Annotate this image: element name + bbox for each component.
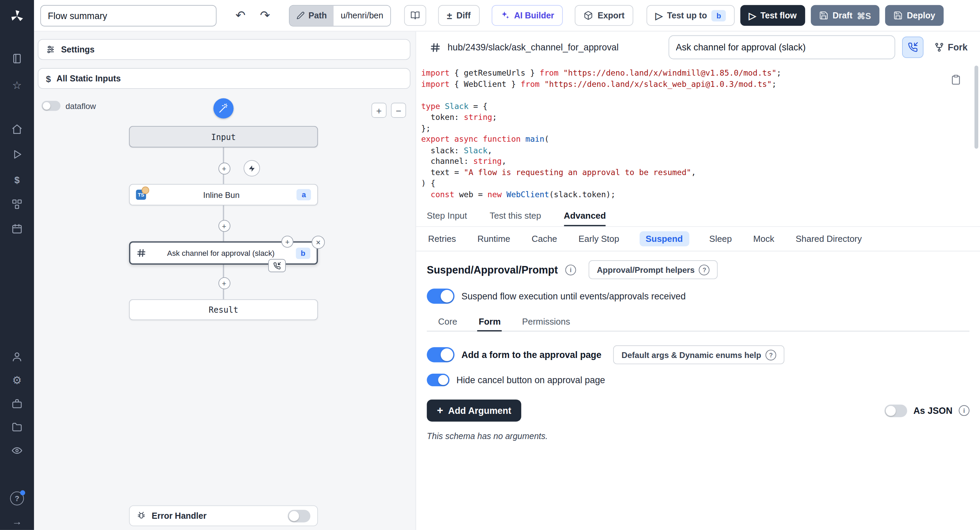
- insert-step-button[interactable]: +: [218, 277, 230, 289]
- deploy-button[interactable]: Deploy: [885, 5, 943, 26]
- diff-icon: ±: [447, 10, 452, 21]
- tab-runtime[interactable]: Runtime: [476, 231, 511, 246]
- help-circle: ?: [10, 492, 24, 506]
- fork-button[interactable]: Fork: [930, 42, 972, 53]
- tab-step-input[interactable]: Step Input: [427, 205, 467, 226]
- tab-permissions[interactable]: Permissions: [521, 313, 571, 332]
- insert-step-button[interactable]: +: [218, 163, 230, 174]
- flow-node-result[interactable]: Result: [129, 299, 318, 320]
- test-flow-button[interactable]: ▷ Test flow: [740, 5, 805, 26]
- zoom-in-button[interactable]: +: [372, 103, 387, 118]
- path-control[interactable]: Path u/henri/ben: [289, 5, 391, 26]
- workers-icon[interactable]: [6, 395, 29, 413]
- undo-icon: ↶: [235, 8, 245, 23]
- topbar: ↶ ↷ Path u/henri/ben ± Diff AI Builder E…: [34, 0, 980, 32]
- lightning-icon: [248, 164, 256, 172]
- play-icon: ▷: [749, 11, 756, 20]
- tab-shared-directory[interactable]: Shared Directory: [795, 231, 863, 246]
- hub-script-icon: [137, 248, 146, 258]
- tab-cache[interactable]: Cache: [530, 231, 558, 246]
- as-json-toggle[interactable]: [885, 404, 907, 417]
- ai-builder-button[interactable]: AI Builder: [492, 5, 563, 26]
- test-up-to-label: Test up to: [667, 11, 707, 20]
- code-line: token: string;: [421, 112, 955, 122]
- suspend-toggle[interactable]: [427, 289, 454, 303]
- undo-button[interactable]: ↶: [231, 6, 250, 25]
- windmill-logo[interactable]: [6, 8, 29, 25]
- tab-form[interactable]: Form: [477, 313, 502, 332]
- hide-cancel-toggle[interactable]: [427, 374, 450, 386]
- insert-step-button[interactable]: +: [218, 220, 230, 232]
- export-button[interactable]: Export: [575, 5, 633, 26]
- add-branch-button[interactable]: +: [282, 236, 293, 247]
- test-flow-label: Test flow: [760, 11, 797, 20]
- add-argument-button[interactable]: + Add Argument: [427, 399, 521, 422]
- redo-button[interactable]: ↷: [256, 6, 275, 25]
- flow-summary-input[interactable]: [40, 5, 216, 26]
- node-content: TS Inline Bun a: [130, 189, 317, 200]
- bun-icon: [142, 187, 149, 194]
- code-editor[interactable]: import { getResumeUrls } from "https://d…: [416, 63, 980, 205]
- star-icon[interactable]: ☆: [6, 76, 29, 94]
- variables-icon[interactable]: $: [6, 171, 29, 188]
- help-icon[interactable]: ?: [6, 490, 29, 507]
- add-form-label: Add a form to the approval page: [461, 350, 601, 360]
- info-icon[interactable]: i: [959, 405, 969, 416]
- add-form-toggle[interactable]: [427, 347, 454, 362]
- static-inputs-row[interactable]: $ All Static Inputs: [38, 68, 410, 89]
- copy-code-button[interactable]: [951, 74, 961, 85]
- audit-logs-icon[interactable]: [6, 442, 29, 460]
- folders-icon[interactable]: [6, 418, 29, 436]
- home-icon[interactable]: [6, 120, 29, 138]
- trigger-button[interactable]: [243, 160, 260, 176]
- tab-advanced[interactable]: Advanced: [564, 205, 606, 226]
- flow-node-input[interactable]: Input: [129, 126, 318, 147]
- static-inputs-label: All Static Inputs: [56, 73, 121, 83]
- code-line: const web = new WebClient(slack.token);: [421, 189, 955, 200]
- tab-core[interactable]: Core: [437, 313, 459, 332]
- app: ☆ $ ⚙ ? → ↶ ↷: [0, 0, 980, 530]
- ai-flow-button[interactable]: [213, 99, 234, 118]
- suspend-section: Suspend/Approval/Prompt i Approval/Promp…: [416, 251, 980, 530]
- users-icon[interactable]: [6, 348, 29, 366]
- path-label: Path: [309, 11, 327, 20]
- collapse-sidebar-icon[interactable]: →: [6, 513, 29, 530]
- tab-test-this-step[interactable]: Test this step: [490, 205, 541, 226]
- default-args-help-button[interactable]: Default args & Dynamic enums help ?: [614, 345, 785, 364]
- code-scrollbar[interactable]: [975, 65, 978, 148]
- resources-icon[interactable]: [6, 196, 29, 213]
- error-handler-toggle[interactable]: [288, 509, 310, 522]
- tab-mock[interactable]: Mock: [752, 231, 775, 246]
- flow-node-inline-bun[interactable]: TS Inline Bun a: [129, 184, 318, 205]
- dataflow-toggle[interactable]: [41, 101, 60, 111]
- info-icon[interactable]: i: [566, 264, 576, 275]
- diff-button[interactable]: ± Diff: [438, 5, 479, 26]
- approval-helpers-button[interactable]: Approval/Prompt helpers ?: [589, 260, 718, 279]
- tab-early-stop[interactable]: Early Stop: [577, 231, 620, 246]
- flow-settings-row[interactable]: Settings: [38, 39, 410, 60]
- draft-button[interactable]: Draft ⌘S: [811, 5, 879, 26]
- tab-suspend[interactable]: Suspend: [640, 231, 689, 246]
- suspend-active-button[interactable]: [902, 37, 923, 58]
- schedules-icon[interactable]: [6, 220, 29, 238]
- hub-script-icon: [430, 42, 441, 53]
- journal-icon[interactable]: [6, 50, 29, 67]
- test-up-to-button[interactable]: ▷ Test up to b: [646, 5, 735, 26]
- deploy-label: Deploy: [907, 11, 935, 20]
- step-name-input[interactable]: [668, 35, 895, 59]
- tab-sleep[interactable]: Sleep: [708, 231, 733, 246]
- error-handler-row[interactable]: Error Handler: [129, 506, 318, 526]
- runs-icon[interactable]: [6, 145, 29, 163]
- suspend-indicator-chip[interactable]: [268, 259, 286, 272]
- suspend-title: Suspend/Approval/Prompt: [427, 263, 558, 276]
- docs-button[interactable]: [404, 5, 426, 26]
- save-icon: [819, 11, 828, 20]
- code-line: type Slack = {: [421, 101, 955, 112]
- close-icon: ×: [316, 238, 321, 246]
- tab-retries[interactable]: Retries: [427, 231, 457, 246]
- zoom-out-button[interactable]: −: [391, 103, 406, 118]
- settings-gear-icon[interactable]: ⚙: [6, 371, 29, 389]
- argument-actions-row: + Add Argument As JSON i: [427, 399, 969, 422]
- delete-step-button[interactable]: ×: [312, 236, 325, 249]
- code-line: [421, 89, 955, 101]
